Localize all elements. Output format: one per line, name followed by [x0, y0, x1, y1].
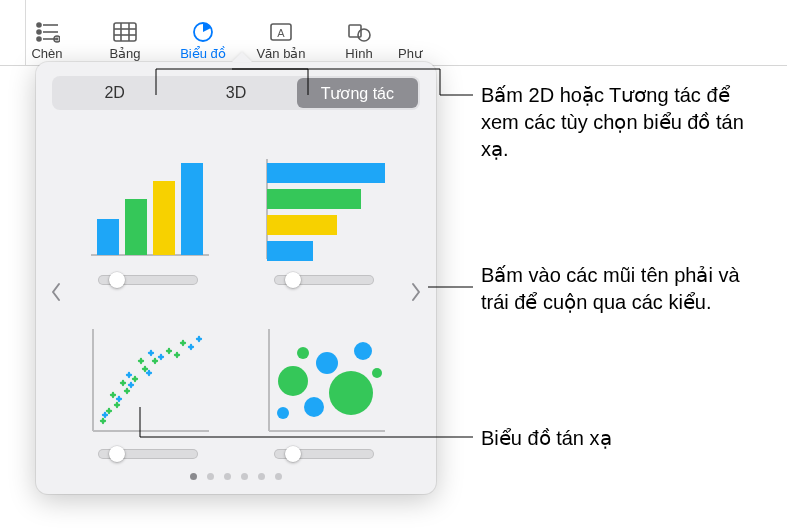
callout-arrows: Bấm vào các mũi tên phải và trái để cuộn… [481, 262, 771, 316]
callout-scatter: Biểu đồ tán xạ [481, 425, 771, 452]
callout-tabs: Bấm 2D hoặc Tương tác để xem các tùy chọ… [481, 82, 771, 163]
